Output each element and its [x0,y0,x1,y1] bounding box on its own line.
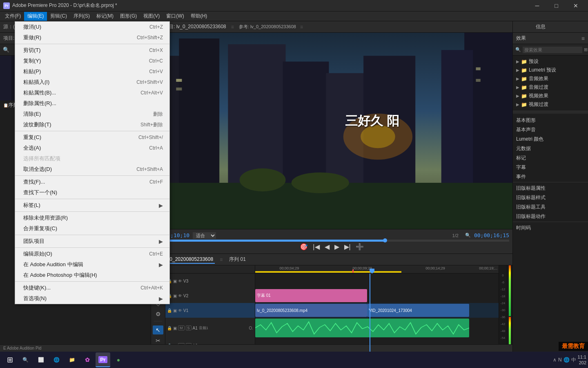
section-timecode[interactable]: 时间码 [513,223,588,232]
track-v2-eye[interactable]: 👁 [178,294,182,298]
menu-mark[interactable]: 标记(M) [93,12,117,21]
menu-file[interactable]: 文件(F) [2,12,24,21]
tray-network[interactable]: 🌐 [564,357,570,363]
menu-redo[interactable]: 重做(R) Ctrl+Shift+Z [15,32,169,43]
effect-audio-effects[interactable]: ▶ 📁 音频效果 [513,74,588,83]
start-button[interactable]: ⊞ [2,352,18,368]
section-basic-audio[interactable]: 基本声音 [513,125,588,134]
effects-menu-icon[interactable]: ≡ [581,35,585,42]
zoom-icon[interactable]: 🔍 [465,233,471,238]
section-lumetri-color[interactable]: Lumetri 颜色 [513,134,588,144]
section-events[interactable]: 事件 [513,172,588,181]
track-v1-content[interactable]: lv_0_20200805233608.mp4 VID_20201024_173… [255,303,499,318]
tray-nvidia[interactable]: N [558,357,562,363]
effect-lumetri[interactable]: ▶ 📁 Lumetri 预设 [513,66,588,74]
close-button[interactable]: ✕ [566,0,585,11]
taskbar-other[interactable]: ● [111,352,126,367]
menu-paste-attributes[interactable]: 粘贴属性(B)... Ctrl+Alt+V [15,88,169,98]
effect-audio-transitions[interactable]: ▶ 📁 音频过渡 [513,83,588,92]
track-a1-volume-knob[interactable]: O. [249,326,253,330]
section-captions[interactable]: 字幕 [513,162,588,172]
track-a1-lock[interactable]: 🔒 [167,326,172,330]
section-legacy-title-styles[interactable]: 旧版标题样式 [513,193,588,202]
menu-clear[interactable]: 清除(E) 删除 [15,109,169,119]
section-markers[interactable]: 标记 [513,153,588,162]
search-icon-btn[interactable]: 🔍 [2,45,11,54]
taskbar-browser[interactable]: 🌐 [49,352,64,367]
track-a1-content[interactable] [255,318,499,338]
taskbar-search[interactable]: 🔍 [18,352,33,367]
section-legacy-title-tools[interactable]: 旧版标题工具 [513,202,588,211]
find-icon[interactable]: ⊞ [584,47,588,52]
menu-select-all[interactable]: 全选(A) Ctrl+A [15,143,169,153]
track-v2-content[interactable]: 字幕 01 [255,288,499,303]
section-legacy-title-props[interactable]: 旧版标题属性 [513,183,588,193]
effect-presets[interactable]: ▶ 📁 预设 [513,57,588,66]
effect-video-transitions[interactable]: ▶ 📁 视频过渡 [513,100,588,109]
minimize-button[interactable]: ─ [528,0,546,11]
menu-copy[interactable]: 复制(Y) Ctrl+C [15,56,169,66]
menu-graphics[interactable]: 图形(G) [117,12,140,21]
menu-cut[interactable]: 剪切(T) Ctrl+X [15,45,169,56]
clip-subtitle[interactable]: 字幕 01 [255,289,367,302]
clip-v1-second[interactable]: VID_20201024_173004 [367,304,469,317]
track-v2-sync[interactable]: ▣ [173,294,177,298]
section-legacy-title-actions[interactable]: 旧版标题动作 [513,211,588,221]
menu-clip[interactable]: 剪辑(C) [47,12,70,21]
track-a1-solo[interactable]: S [186,325,192,330]
tray-arrow[interactable]: ∧ [553,357,557,363]
taskbar-explorer[interactable]: 📁 [65,352,79,367]
track-v3-content[interactable] [255,274,499,288]
menu-paste-insert[interactable]: 粘贴插入(I) Ctrl+Shift+V [15,77,169,88]
playhead-marker[interactable] [370,269,374,274]
track-v1-lock[interactable]: 🔒 [167,308,172,313]
menu-delete-attributes[interactable]: 删除属性(R)... [15,98,169,109]
select-tool[interactable]: ↖ [153,325,163,334]
menu-edit-original[interactable]: 编辑原始(O) Ctrl+E [15,249,169,259]
menu-ripple-delete[interactable]: 波纹删除(T) Shift+删除 [15,119,169,130]
audio-clip-a1[interactable] [255,319,469,337]
add-clip-btn[interactable]: ➕ [356,243,364,251]
track-v1-sync[interactable]: ▣ [173,308,177,313]
fit-dropdown[interactable]: 适合 25% 50% 75% 100% [193,232,216,239]
taskbar-premiere[interactable]: Pr [96,352,110,367]
maximize-button[interactable]: □ [547,0,566,11]
menu-select-matching[interactable]: 选择所有匹配项 [15,153,169,164]
effect-video-effects[interactable]: ▶ 📁 视频效果 [513,92,588,100]
menu-paste[interactable]: 粘贴(P) Ctrl+V [15,66,169,77]
menu-edit-photoshop[interactable]: 在 Adobe Photoshop 中编辑(H) [15,270,169,280]
tray-lang[interactable]: 中 [571,357,576,364]
track-a1-sync[interactable]: ▣ [173,326,177,330]
track-v3-sync[interactable]: ▣ [173,279,177,283]
menu-sequence[interactable]: 序列(S) [70,12,93,21]
menu-edit-audition[interactable]: 在 Adobe Audition 中编辑 ▶ [15,259,169,270]
tab-options-icon[interactable]: ≡ [220,257,223,263]
add-marker-btn[interactable]: 🎯 [300,243,308,251]
menu-shortcuts[interactable]: 快捷键(K)... Ctrl+Alt+K [15,283,169,293]
track-v1-eye[interactable]: 👁 [178,308,182,313]
play-reverse-btn[interactable]: ◀ [325,243,330,251]
section-metadata[interactable]: 元数据 [513,144,588,153]
step-back-btn[interactable]: |◀ [313,243,319,251]
menu-consolidate[interactable]: 合并重复项(C) [15,223,169,234]
monitor-progress-bar[interactable] [154,240,509,242]
playhead[interactable] [383,238,387,242]
menu-preferences[interactable]: 首选项(N) ▶ [15,293,169,304]
menu-find[interactable]: 查找(F)... Ctrl+F [15,177,169,187]
taskbar-flowblade[interactable]: ✿ [80,352,95,367]
track-a1-mute[interactable]: M [178,325,185,330]
track-v3-eye[interactable]: 👁 [178,279,182,283]
in-point-marker[interactable] [352,269,354,273]
effects-search-input[interactable] [523,47,582,53]
menu-team-project[interactable]: 团队项目 ▶ [15,236,169,247]
menu-help[interactable]: 帮助(H) [187,12,211,21]
menu-edit[interactable]: 编辑(E) [24,12,47,21]
section-basic-graphics[interactable]: 基本图形 [513,115,588,125]
menu-duplicate[interactable]: 重复(C) Ctrl+Shift+/ [15,132,169,143]
menu-undo[interactable]: 撤消(U) Ctrl+Z [15,22,169,32]
play-btn[interactable]: ▶ [334,243,339,251]
step-forward-btn[interactable]: ▶| [344,243,351,251]
timeline-tab-seq01[interactable]: 序列 01 [227,255,247,264]
menu-find-next[interactable]: 查找下一个(N) [15,187,169,198]
menu-window[interactable]: 窗口(W) [163,12,187,21]
